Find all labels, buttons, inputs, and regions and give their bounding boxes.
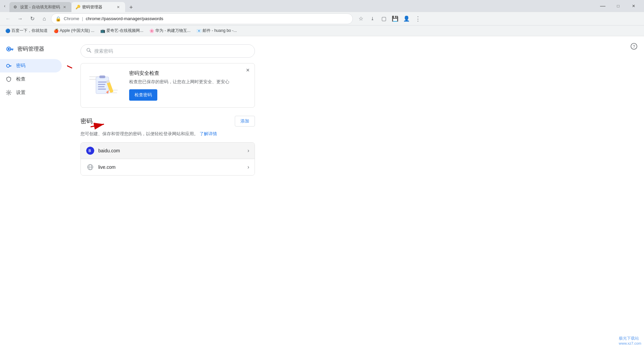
section-header: 密码 添加 (80, 116, 255, 127)
svg-point-1 (8, 48, 10, 50)
new-tab-button[interactable]: + (126, 3, 136, 12)
tab2-favicon: 🔑 (75, 5, 80, 9)
bookmark-huawei[interactable]: 🌸 华为 - 构建万物互... (147, 27, 193, 35)
bookmark-apple-label: Apple (中国大陆) ... (60, 28, 94, 34)
tab2-title: 密码管理器 (82, 4, 114, 10)
tab-scroll-left[interactable]: ‹ (0, 0, 9, 12)
passwords-section: 密码 添加 您可创建、保存和管理您的密码，以便轻松登录网站和应用。 了解详情 (80, 116, 255, 176)
tab2-close-button[interactable]: ✕ (116, 4, 121, 10)
add-password-button[interactable]: 添加 (235, 116, 255, 127)
baidu-favicon-icon: B (86, 147, 94, 155)
svg-text:?: ? (633, 44, 635, 49)
check-passwords-button[interactable]: 检查密码 (129, 89, 157, 101)
bookmark-page-button[interactable]: ☆ (356, 13, 366, 24)
security-card-description: 检查您已保存的密码，让您在上网时更安全、更安心 (129, 79, 248, 85)
address-bar[interactable]: 🔒 Chrome | (51, 13, 353, 24)
search-input[interactable] (94, 48, 249, 54)
password-item-baidu[interactable]: B baidu.com › (81, 143, 255, 159)
live-domain: live.com (98, 164, 248, 170)
bookmark-baidu[interactable]: 🔵 百度一下，你就知道 (3, 27, 50, 35)
shield-icon (5, 76, 12, 83)
svg-rect-19 (99, 76, 105, 78)
menu-button[interactable]: ⋮ (413, 13, 423, 24)
svg-point-5 (7, 64, 10, 67)
reload-button[interactable]: ↻ (27, 13, 38, 24)
bookmark-mail-favicon: 📧 (197, 29, 201, 33)
download-button[interactable]: ⤓ (367, 13, 378, 24)
svg-point-9 (8, 92, 10, 94)
password-item-live[interactable]: live.com › (81, 159, 255, 175)
home-button[interactable]: ⌂ (39, 13, 50, 24)
forward-button[interactable]: → (15, 13, 25, 24)
live-favicon-icon (86, 163, 94, 171)
save-button[interactable]: 💾 (390, 13, 400, 24)
search-bar (80, 44, 255, 58)
sidebar-header: 密码管理器 (0, 42, 67, 59)
cast-button[interactable]: ▢ (378, 13, 389, 24)
bookmark-apple[interactable]: 🍎 Apple (中国大陆) ... (51, 27, 97, 35)
gear-icon (5, 89, 12, 96)
watermark-url: www.xz7.com (619, 341, 641, 345)
learn-more-link[interactable]: 了解详情 (200, 131, 217, 136)
security-card-close-button[interactable]: ✕ (244, 66, 252, 74)
search-container (80, 44, 631, 58)
page-content: ? (67, 36, 644, 348)
password-list: B baidu.com › (80, 142, 255, 176)
sidebar-item-passwords[interactable]: 密码 (0, 59, 62, 72)
sidebar-logo-icon (5, 44, 15, 54)
security-card-title: 密码安全检查 (129, 70, 248, 77)
sidebar-settings-label: 设置 (16, 90, 25, 96)
tab1-title: 设置 - 自动填充和密码 (20, 4, 60, 10)
bookmark-baidu-favicon: 🔵 (5, 29, 10, 33)
section-desc-text: 您可创建、保存和管理您的密码，以便轻松登录网站和应用。 (80, 131, 198, 136)
bookmark-huawei-label: 华为 - 构建万物互... (155, 28, 191, 34)
back-button[interactable]: ← (3, 13, 13, 24)
live-row-arrow-icon: › (248, 164, 249, 170)
svg-line-13 (90, 51, 91, 52)
window-controls: — □ ✕ (592, 0, 644, 12)
live-favicon (86, 163, 94, 171)
svg-rect-20 (98, 82, 107, 83)
bookmark-apple-favicon: 🍎 (54, 29, 58, 33)
security-check-card: ✕ (80, 63, 255, 108)
bookmark-iqiyi[interactable]: 📺 爱奇艺-在线视频网... (98, 27, 146, 35)
bookmark-mail[interactable]: 📧 邮件 - huang bo -... (194, 27, 239, 35)
address-lock-icon: 🔒 (55, 16, 61, 21)
svg-rect-3 (12, 50, 13, 51)
help-button[interactable]: ? (629, 42, 639, 51)
sidebar: 密码管理器 密码 (0, 36, 67, 348)
tab-autofill[interactable]: ⚙ 设置 - 自动填充和密码 ✕ (9, 2, 71, 12)
search-icon (86, 48, 92, 54)
nav-right-buttons: ☆ ⤓ ▢ 💾 👤 ⋮ (356, 13, 423, 24)
tab-password-manager[interactable]: 🔑 密码管理器 ✕ (71, 2, 125, 12)
title-bar: ‹ ⚙ 设置 - 自动填充和密码 ✕ 🔑 密码管理器 ✕ + — □ ✕ (0, 0, 644, 12)
section-title: 密码 (80, 117, 93, 125)
profile-button[interactable]: 👤 (401, 13, 412, 24)
sidebar-checkup-label: 检查 (16, 76, 25, 82)
bookmark-iqiyi-label: 爱奇艺-在线视频网... (106, 28, 143, 34)
nav-bar: ← → ↻ ⌂ 🔒 Chrome | ☆ ⤓ ▢ 💾 👤 ⋮ (0, 12, 644, 26)
key-icon (5, 62, 12, 69)
tab1-close-button[interactable]: ✕ (62, 4, 67, 10)
svg-rect-18 (96, 77, 109, 94)
address-separator: | (82, 16, 83, 21)
tab1-favicon: ⚙ (13, 5, 18, 9)
bookmark-iqiyi-favicon: 📺 (100, 29, 105, 33)
security-card-content: 密码安全检查 检查您已保存的密码，让您在上网时更安全、更安心 检查密码 (129, 70, 248, 101)
address-input[interactable] (86, 16, 348, 21)
sidebar-item-settings[interactable]: 设置 (0, 86, 62, 99)
baidu-favicon: B (86, 147, 94, 155)
svg-line-33 (67, 55, 72, 68)
close-button[interactable]: ✕ (626, 0, 641, 12)
baidu-row-arrow-icon: › (248, 148, 249, 154)
security-card-illustration (88, 72, 121, 99)
sidebar-item-checkup[interactable]: 检查 (0, 72, 62, 86)
svg-rect-4 (11, 50, 12, 50)
page-wrapper: 密码管理器 密码 (0, 36, 644, 348)
maximize-button[interactable]: □ (610, 0, 626, 12)
sidebar-title: 密码管理器 (17, 46, 44, 53)
sidebar-passwords-label: 密码 (16, 63, 25, 69)
minimize-button[interactable]: — (595, 0, 610, 12)
section-description: 您可创建、保存和管理您的密码，以便轻松登录网站和应用。 了解详情 (80, 131, 255, 137)
baidu-domain: baidu.com (98, 148, 248, 153)
